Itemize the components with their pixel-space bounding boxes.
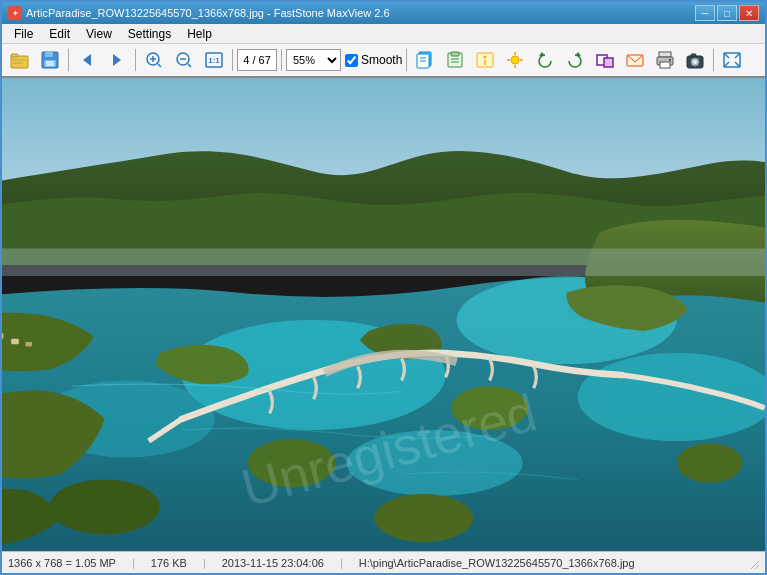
window-controls: ─ □ ✕ [695,5,759,21]
svg-rect-38 [659,52,671,57]
open-button[interactable] [6,47,34,73]
status-bar: 1366 x 768 = 1.05 MP | 176 KB | 2013-11-… [2,551,765,573]
svg-rect-66 [2,249,765,277]
svg-rect-5 [46,61,54,66]
status-bar-right [747,557,759,569]
close-button[interactable]: ✕ [739,5,759,21]
zoom-in-button[interactable] [140,47,168,73]
svg-marker-34 [575,52,581,56]
back-button[interactable] [73,47,101,73]
svg-point-61 [374,494,473,542]
copy-button[interactable] [411,47,439,73]
svg-rect-1 [11,54,18,57]
smooth-checkbox[interactable] [345,54,358,67]
svg-point-60 [50,480,160,535]
svg-text:1:1: 1:1 [208,56,220,65]
maximize-button[interactable]: □ [717,5,737,21]
resize-grip-icon [747,557,759,569]
forward-button[interactable] [103,47,131,73]
brightness-button[interactable] [501,47,529,73]
title-bar-left: ✦ ArticParadise_ROW13225645570_1366x768.… [8,6,390,20]
svg-line-14 [188,64,191,67]
save-button[interactable] [36,47,64,73]
rotate-ccw-button[interactable] [531,47,559,73]
app-icon: ✦ [8,6,22,20]
paste-button[interactable] [441,47,469,73]
svg-rect-22 [451,52,459,56]
menu-view[interactable]: View [78,25,120,43]
zoom-select[interactable]: 25% 50% 55% 75% 100% 150% 200% [286,49,341,71]
svg-rect-65 [25,342,32,346]
separator-6 [713,49,714,71]
svg-rect-40 [660,62,670,68]
camera-button[interactable] [681,47,709,73]
svg-rect-0 [11,56,28,68]
email-button[interactable] [621,47,649,73]
rotate-cw-button[interactable] [561,47,589,73]
fit-button[interactable] [718,47,746,73]
svg-line-11 [158,64,161,67]
svg-rect-3 [45,52,53,57]
actual-size-button[interactable]: 1:1 [200,47,228,73]
svg-point-44 [693,60,697,64]
menu-settings[interactable]: Settings [120,25,179,43]
app-window: ✦ ArticParadise_ROW13225645570_1366x768.… [0,0,767,575]
separator-5 [406,49,407,71]
resize-button[interactable] [591,47,619,73]
info-button[interactable] [471,47,499,73]
svg-point-28 [511,56,519,64]
svg-rect-45 [691,54,696,57]
separator-3 [232,49,233,71]
separator-1 [68,49,69,71]
separator-4 [281,49,282,71]
toolbar: 1:1 4 / 67 25% 50% 55% 75% 100% 150% 200… [2,44,765,78]
file-size: 176 KB [151,557,187,569]
title-bar: ✦ ArticParadise_ROW13225645570_1366x768.… [2,2,765,24]
menu-bar: File Edit View Settings Help [2,24,765,44]
menu-edit[interactable]: Edit [41,25,78,43]
zoom-out-button[interactable] [170,47,198,73]
svg-line-68 [751,561,759,569]
file-path: H:\ping\ArticParadise_ROW13225645570_136… [359,557,635,569]
minimize-button[interactable]: ─ [695,5,715,21]
image-display-area: Unregistered [2,78,765,551]
menu-help[interactable]: Help [179,25,220,43]
file-datetime: 2013-11-15 23:04:06 [222,557,324,569]
svg-point-26 [484,56,487,59]
svg-marker-33 [539,52,545,56]
menu-file[interactable]: File [6,25,41,43]
separator-2 [135,49,136,71]
svg-rect-41 [669,59,671,61]
svg-marker-6 [83,54,91,66]
svg-rect-64 [11,339,19,345]
image-counter: 4 / 67 [237,49,277,71]
landscape-image: Unregistered [2,78,765,551]
svg-rect-36 [604,58,613,67]
svg-marker-7 [113,54,121,66]
svg-line-69 [755,565,759,569]
print-button[interactable] [651,47,679,73]
image-dimensions: 1366 x 768 = 1.05 MP [8,557,116,569]
window-title: ArticParadise_ROW13225645570_1366x768.jp… [26,7,390,19]
svg-point-59 [677,443,743,483]
svg-rect-63 [2,333,3,339]
smooth-label[interactable]: Smooth [345,53,402,67]
